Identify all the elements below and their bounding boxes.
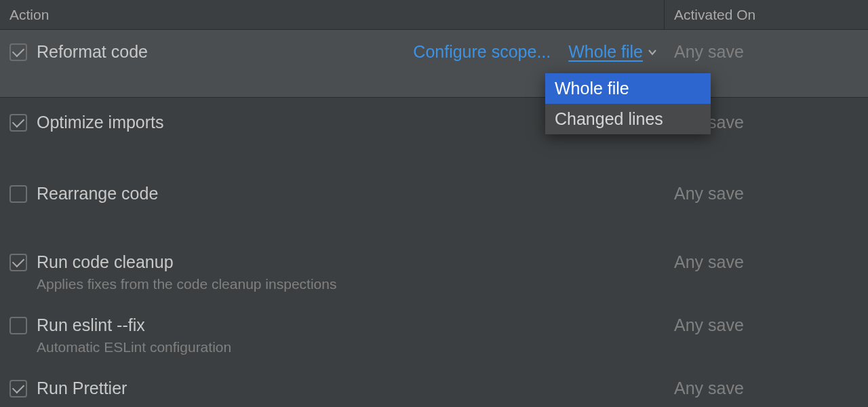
action-content: Reformat code <box>37 42 413 62</box>
scope-dropdown-value: Whole file <box>568 42 643 62</box>
checkbox-run-eslint-fix[interactable] <box>9 317 27 334</box>
header-action: Action <box>0 0 665 29</box>
chevron-down-icon <box>647 47 658 58</box>
scope-controls: Configure scope... Whole file <box>413 42 658 62</box>
action-label: Run code cleanup <box>37 252 665 272</box>
action-content: Run code cleanup Applies fixes from the … <box>37 252 665 292</box>
checkbox-optimize-imports[interactable] <box>9 114 27 132</box>
action-row-rearrange-code: Rearrange code Any save <box>0 169 868 240</box>
scope-dropdown[interactable]: Whole file <box>568 42 658 62</box>
configure-scope-link[interactable]: Configure scope... <box>413 42 551 62</box>
activated-on-value: Any save <box>665 184 859 204</box>
checkbox-rearrange-code[interactable] <box>9 185 27 203</box>
action-description: Applies fixes from the code cleanup insp… <box>37 276 665 292</box>
action-label: Run eslint --fix <box>37 315 665 335</box>
action-row-run-eslint-fix: Run eslint --fix Automatic ESLint config… <box>0 303 868 366</box>
checkbox-run-prettier[interactable] <box>9 380 27 398</box>
scope-dropdown-popup: Whole file Changed lines <box>545 73 711 134</box>
activated-on-value: Any save <box>665 252 859 272</box>
table-header-row: Action Activated On <box>0 0 868 30</box>
action-content: Run Prettier <box>37 379 665 398</box>
action-row-optimize-imports: Optimize imports Any save <box>0 98 868 169</box>
dropdown-option-whole-file[interactable]: Whole file <box>545 73 711 104</box>
action-row-run-code-cleanup: Run code cleanup Applies fixes from the … <box>0 240 868 303</box>
action-label: Rearrange code <box>37 184 665 204</box>
action-row-run-prettier: Run Prettier Any save <box>0 366 868 398</box>
activated-on-value: Any save <box>665 315 859 335</box>
actions-on-save-table: Action Activated On Reformat code Config… <box>0 0 868 407</box>
dropdown-option-changed-lines[interactable]: Changed lines <box>545 104 711 134</box>
action-description: Automatic ESLint configuration <box>37 339 665 355</box>
action-row-reformat-code: Reformat code Configure scope... Whole f… <box>0 30 868 98</box>
checkbox-run-code-cleanup[interactable] <box>9 254 27 271</box>
action-content: Rearrange code <box>37 184 665 204</box>
action-label: Reformat code <box>37 42 413 62</box>
activated-on-value: Any save <box>665 379 859 398</box>
checkbox-reformat-code[interactable] <box>9 43 27 61</box>
activated-on-value: Any save <box>665 42 859 62</box>
action-label: Run Prettier <box>37 379 665 398</box>
header-activated-on: Activated On <box>665 0 868 29</box>
action-content: Run eslint --fix Automatic ESLint config… <box>37 315 665 355</box>
